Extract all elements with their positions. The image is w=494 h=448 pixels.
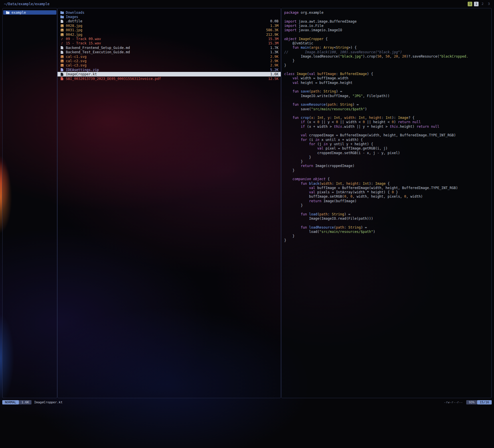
svg-icon <box>60 60 64 62</box>
file-row[interactable]: IDEAsettings.zip5.2K <box>58 68 281 72</box>
file-row[interactable]: .dotfile0.0B <box>58 19 281 23</box>
code-line: val pixel = buffImage.getRGB(i, j) <box>284 146 491 151</box>
code-line: for (i in x until x + width) { <box>284 138 491 142</box>
status-right-group: -rw-r--r-- 93% 15/16 <box>444 400 492 404</box>
code-line: ImageIO.write(buffImage, "JPG", File(pat… <box>284 94 491 98</box>
file-icon <box>60 20 64 23</box>
zip-icon <box>60 68 64 71</box>
file-size: 1.7K <box>267 46 278 50</box>
code-line: buffImage.setRGB(0, 0, width, height, pi… <box>284 194 491 199</box>
file-row[interactable]: ♪09 - Track 09.wav15.3M <box>58 37 281 41</box>
file-size: 1.6K <box>267 72 278 76</box>
file-list-pane[interactable]: DownloadsImages.dotfile0.0B0028.jpg1.3M0… <box>57 8 281 398</box>
audio-icon: ♪ <box>60 42 64 45</box>
code-line: fun main(args: Array<String>) { <box>284 46 491 50</box>
file-row[interactable]: cal-c3.svg2.9K <box>58 63 281 68</box>
preview-pane[interactable]: package org.example import java.awt.imag… <box>281 8 492 398</box>
code-line: return Image(croppedImage) <box>284 164 491 168</box>
code-line <box>284 85 491 89</box>
code-line: Image.loadResource("black.jpg").crop(50,… <box>284 54 491 59</box>
file-row[interactable]: 0042.jpg212.9K <box>58 32 281 37</box>
code-line: return Image(buffImage) <box>284 199 491 203</box>
code-line: } <box>284 59 491 63</box>
file-row[interactable]: Backend_Frontend_Setup_Guide.md1.7K <box>58 46 281 50</box>
tab-1[interactable]: 1 <box>468 2 472 6</box>
file-name: Backend_Test_Execution_Guide.md <box>66 50 130 54</box>
code-line: val width = buffImage.width <box>284 76 491 80</box>
file-size: 15.3M <box>265 37 278 41</box>
scroll-percent-badge: 93% <box>466 400 477 404</box>
file-name: 15 - Track 15.wav <box>66 41 101 45</box>
cursor-position-badge: 15/16 <box>477 400 492 404</box>
svg-icon <box>60 55 64 58</box>
file-name: Downloads <box>66 11 84 15</box>
file-row[interactable]: Backend_Test_Execution_Guide.md1.3K <box>58 50 281 54</box>
code-line: fun saveResource(path: String) = <box>284 103 491 107</box>
file-name: 0042.jpg <box>66 33 82 37</box>
code-line: fun save(path: String) = <box>284 89 491 94</box>
breadcrumb-path: ~/Data/example/example <box>4 2 50 6</box>
parent-dir-list: example <box>3 8 57 15</box>
file-row[interactable]: 0031.jpg586.3K <box>58 28 281 32</box>
tab-1[interactable]: 1 <box>474 2 479 6</box>
file-name: IDEAsettings.zip <box>66 68 99 72</box>
file-row[interactable]: SBI_0032013739_2023_DE05_0003155631Invoi… <box>58 76 281 81</box>
code-line: val croppedImage = BufferedImage(width, … <box>284 133 491 137</box>
code-line <box>284 32 491 37</box>
parent-pane[interactable]: example <box>2 8 57 398</box>
tab-2[interactable]: 2 <box>480 2 485 6</box>
file-size: 0.0B <box>267 19 278 23</box>
code-line: for (j in y until y + height) { <box>284 142 491 146</box>
tab-list: 1123 <box>468 2 491 6</box>
code-line: save("src/main/resources/$path") <box>284 107 491 111</box>
file-size: 5.2K <box>267 68 278 72</box>
file-size: 1.3K <box>267 50 278 54</box>
file-name: SBI_0032013739_2023_DE05_0003155631Invoi… <box>66 77 161 81</box>
file-name: 09 - Track 09.wav <box>66 37 101 41</box>
code-line <box>284 208 491 212</box>
topbar: ~/Data/example/example 1123 <box>0 0 494 8</box>
file-row[interactable]: Images <box>58 15 281 19</box>
file-name: cal-c1.svg <box>66 55 86 59</box>
code-line <box>284 129 491 133</box>
code-line: } <box>284 203 491 208</box>
code-line: object ImageCropper { <box>284 37 491 41</box>
file-name: cal-c3.svg <box>66 63 86 67</box>
folder-icon <box>60 11 64 14</box>
code-line: croppedImage.setRGB(i - x, j - y, pixel) <box>284 151 491 155</box>
svg-icon <box>60 64 64 67</box>
kotlin-icon <box>60 73 64 76</box>
permissions-text: -rw-r--r-- <box>444 400 463 404</box>
file-row[interactable]: cal-c1.svg2.9K <box>58 54 281 59</box>
tab-3[interactable]: 3 <box>487 2 491 6</box>
code-line <box>284 221 491 225</box>
markdown-icon <box>60 46 64 49</box>
file-row[interactable]: ♪15 - Track 15.wav15.3M <box>58 41 281 46</box>
file-row[interactable]: 0028.jpg1.3M <box>58 23 281 28</box>
file-row[interactable]: Downloads <box>58 10 281 15</box>
file-size: 12.5K <box>265 77 278 81</box>
code-line: import java.awt.image.BufferedImage <box>284 19 491 24</box>
code-line: val buffImage = BufferedImage(width, hei… <box>284 186 491 190</box>
parent-row[interactable]: example <box>3 10 56 15</box>
code-line: val pixels = IntArray(width * height) { … <box>284 190 491 194</box>
file-size: 2.9K <box>267 55 278 59</box>
code-line: load("src/main/resources/$path") <box>284 230 491 234</box>
code-line: fun load(path: String) = <box>284 212 491 217</box>
code-line: if (x < 0 || y < 0 || width < 0 || heigh… <box>284 120 491 124</box>
status-bar: NORMAL 1.6K ImageCropper.kt -rw-r--r-- 9… <box>2 400 492 405</box>
status-filename: ImageCropper.kt <box>34 400 62 404</box>
pdf-icon <box>60 77 64 80</box>
file-size: 15.3M <box>265 41 278 45</box>
code-line <box>284 98 491 103</box>
file-size: 1.3M <box>267 24 278 28</box>
folder-icon <box>5 11 10 14</box>
code-line: package org.example <box>284 11 491 15</box>
file-row[interactable]: cal-c2.svg2.9K <box>58 59 281 63</box>
code-line: } <box>284 234 491 238</box>
file-row[interactable]: ImageCropper.kt1.6K <box>58 72 281 76</box>
markdown-icon <box>60 51 64 54</box>
code-line: if (x + width > this.width || y + height… <box>284 125 491 129</box>
file-name: 0031.jpg <box>66 28 82 32</box>
code-line: companion object { <box>284 177 491 181</box>
